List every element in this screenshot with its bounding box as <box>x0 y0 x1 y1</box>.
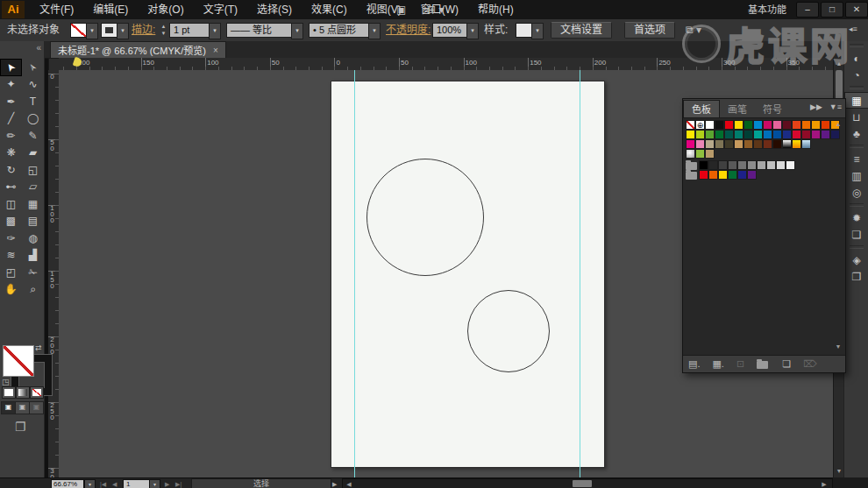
ellipse-tool[interactable]: ◯ <box>22 110 44 128</box>
swatch[interactable] <box>686 149 695 159</box>
swatch[interactable] <box>708 160 718 170</box>
swatch[interactable] <box>776 160 786 170</box>
swatch[interactable] <box>686 120 695 130</box>
hand-tool[interactable]: ✋ <box>0 281 22 299</box>
width-profile-dropdown[interactable]: ▾ <box>291 23 303 39</box>
draw-inside-mode-button[interactable]: ▣ <box>29 401 44 414</box>
share-options-icon[interactable]: ⧉ ▾ <box>686 20 701 39</box>
zoom-tool[interactable]: ⌕ <box>22 281 44 299</box>
color-panel-icon[interactable]: ◐ <box>844 50 868 67</box>
lasso-tool[interactable]: ∿ <box>22 76 44 94</box>
swatch[interactable] <box>747 160 757 170</box>
perspective-grid-tool[interactable]: ▦ <box>22 195 44 213</box>
swatch[interactable] <box>811 130 821 139</box>
brush-definition-dropdown[interactable]: ▾ <box>368 23 381 39</box>
style-swatch[interactable] <box>516 23 532 38</box>
type-tool[interactable]: T <box>22 93 44 110</box>
swatch[interactable] <box>772 130 782 139</box>
swatch[interactable] <box>737 170 747 180</box>
selection-tool[interactable]: ➤ <box>0 59 22 76</box>
new-color-group-icon[interactable] <box>757 361 768 369</box>
expand-dock-icon[interactable]: ◂≡ <box>849 25 857 33</box>
scale-tool[interactable]: ◱ <box>22 161 44 179</box>
appearance-panel-icon[interactable]: ✹ <box>844 209 868 226</box>
guide[interactable] <box>354 70 355 477</box>
status-expand-icon[interactable]: ▶ <box>332 479 337 488</box>
fill-color-dropdown[interactable]: ▾ <box>86 23 98 39</box>
registration-swatch[interactable]: ⊕ <box>695 120 705 130</box>
artboard-number-dropdown[interactable]: ▾ <box>149 479 160 488</box>
mesh-tool[interactable]: ▩ <box>0 213 22 230</box>
swatch[interactable] <box>699 160 708 170</box>
swatch[interactable] <box>792 139 801 149</box>
previous-artboard-icon[interactable]: ◀ <box>112 479 117 488</box>
color-guide-panel-icon[interactable]: ◔ <box>844 67 868 83</box>
swatch[interactable] <box>763 120 772 130</box>
swatch[interactable] <box>792 120 801 130</box>
stroke-color-dropdown[interactable]: ▾ <box>117 23 129 39</box>
default-fill-stroke-icon[interactable]: ◳ <box>2 378 10 386</box>
swatch[interactable] <box>695 130 705 139</box>
swatch[interactable] <box>763 139 772 149</box>
magic-wand-tool[interactable]: ✦ <box>0 76 22 94</box>
swatch[interactable] <box>782 130 792 139</box>
pen-tool[interactable]: ✒ <box>0 93 22 110</box>
symbols-panel-icon[interactable]: ♣ <box>844 125 868 142</box>
swatch[interactable] <box>734 120 743 130</box>
eraser-tool[interactable]: ▰ <box>22 145 44 162</box>
close-button[interactable]: ✕ <box>845 2 868 18</box>
swatch[interactable] <box>801 139 811 149</box>
swatch[interactable] <box>737 160 747 170</box>
swatch[interactable] <box>801 130 811 139</box>
artboard-number-field[interactable]: 1 <box>123 479 150 488</box>
swatch[interactable] <box>782 120 792 130</box>
none-button[interactable] <box>30 386 44 399</box>
swatch[interactable] <box>743 130 753 139</box>
paintbrush-tool[interactable]: ✏ <box>0 127 22 145</box>
swatch[interactable] <box>718 170 728 180</box>
shape-builder-tool[interactable]: ◫ <box>0 195 22 213</box>
transparency-panel-icon[interactable]: ◎ <box>844 184 868 201</box>
swatch[interactable] <box>753 130 763 139</box>
swatch[interactable] <box>705 130 715 139</box>
next-artboard-icon[interactable]: ▶ <box>165 479 169 488</box>
swatch[interactable] <box>763 130 772 139</box>
opacity-dropdown[interactable]: ▾ <box>466 23 479 39</box>
zoom-level-dropdown[interactable]: ▾ <box>84 479 96 488</box>
fill-indicator-none[interactable] <box>3 345 34 377</box>
swatch-scroll-down-icon[interactable]: ▼ <box>833 343 843 351</box>
style-dropdown[interactable]: ▾ <box>531 23 544 39</box>
swatch[interactable] <box>757 160 766 170</box>
guide[interactable] <box>580 70 580 477</box>
scroll-right-icon[interactable]: ▶ <box>820 480 829 488</box>
swatch[interactable] <box>747 170 757 180</box>
menu-item-5[interactable]: 效果(C) <box>302 0 357 19</box>
artboards-panel-icon[interactable]: ❐ <box>844 268 868 285</box>
tab-色板[interactable]: 色板 <box>683 100 720 117</box>
swatch[interactable] <box>792 130 801 139</box>
swatch[interactable] <box>766 160 776 170</box>
workspace-switcher[interactable]: 基本功能 <box>748 0 786 19</box>
swatch[interactable] <box>743 120 753 130</box>
swatch-scroll-up-icon[interactable]: ▲ <box>833 120 843 129</box>
swap-fill-stroke-icon[interactable]: ⇄ <box>35 343 42 352</box>
swatch[interactable] <box>686 130 695 139</box>
pencil-tool[interactable]: ✎ <box>22 127 44 145</box>
panel-menu-icon[interactable]: ▼≡ <box>829 103 842 111</box>
blend-tool[interactable]: ◍ <box>22 230 44 247</box>
swatch[interactable] <box>821 120 830 130</box>
graphic-styles-panel-icon[interactable]: ❏ <box>844 226 868 243</box>
artboard[interactable] <box>331 81 605 468</box>
stroke-weight-dropdown[interactable]: ▾ <box>209 23 221 39</box>
minimize-button[interactable]: – <box>796 2 819 18</box>
swatch[interactable] <box>715 130 724 139</box>
brush-definition-field[interactable]: • 5 点圆形 <box>309 23 372 38</box>
swatch[interactable] <box>734 130 743 139</box>
swatch[interactable] <box>753 120 763 130</box>
color-group-folder-icon[interactable] <box>686 172 697 180</box>
collapse-tools-icon[interactable]: « <box>36 43 41 53</box>
document-tab[interactable]: 未标题-1* @ 66.67% (CMYK/预览) × <box>50 41 226 59</box>
new-swatch-icon[interactable]: ❏ <box>782 358 791 370</box>
stroke-panel-icon[interactable]: ≡ <box>844 151 868 167</box>
gradient-panel-icon[interactable]: ▥ <box>844 167 868 184</box>
